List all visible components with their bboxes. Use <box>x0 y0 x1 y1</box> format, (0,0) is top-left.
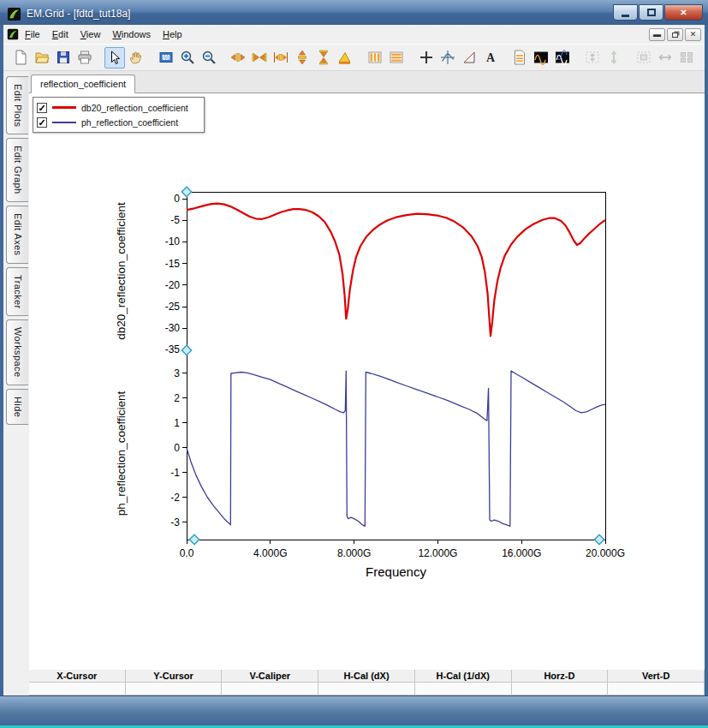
new-button[interactable] <box>10 47 31 69</box>
x-tick-label: 8.000G <box>337 547 371 559</box>
legend-item[interactable]: ✓ db20_reflection_coefficient <box>37 100 200 115</box>
expand-y-button[interactable] <box>292 47 312 69</box>
new-icon <box>13 50 28 65</box>
y-tick-label: -2 <box>170 492 180 504</box>
cursor-value-cell <box>512 683 609 695</box>
tile-columns-button[interactable] <box>365 47 385 69</box>
zoom-window-button[interactable] <box>634 47 654 69</box>
y-tick-label: -1 <box>170 467 180 479</box>
zoom-in-button[interactable] <box>177 47 198 69</box>
menu-windows[interactable]: Windows <box>106 27 157 42</box>
print-button[interactable] <box>74 47 95 69</box>
zoom-region-button[interactable] <box>155 47 176 69</box>
chart[interactable]: 0-5-10-15-20-25-30-35db20_reflection_coe… <box>113 166 652 594</box>
new-plot-icon <box>512 50 527 65</box>
shrink-y-button[interactable] <box>313 47 334 69</box>
zoom-out-icon <box>201 50 217 65</box>
y-tick-label: -30 <box>165 322 181 334</box>
plot-frame <box>187 192 605 540</box>
axis-scroll-handle[interactable] <box>594 534 604 544</box>
side-tab-edit-graph[interactable]: Edit Graph <box>6 138 28 202</box>
menu-help[interactable]: Help <box>157 27 188 42</box>
save-button[interactable] <box>53 47 74 69</box>
select-arrow-icon <box>107 50 122 65</box>
caliper-button[interactable] <box>459 47 479 69</box>
side-tab-tracker[interactable]: Tracker <box>6 267 28 317</box>
mdi-close-icon: ✕ <box>690 30 697 39</box>
cursor-value-cell <box>222 683 318 695</box>
legend-item[interactable]: ✓ ph_reflection_coefficient <box>37 115 200 129</box>
shrink-x-button[interactable] <box>249 47 270 69</box>
tracker-icon <box>440 50 455 65</box>
y-tick-label: -3 <box>170 516 180 528</box>
side-tab-workspace[interactable]: Workspace <box>6 319 28 385</box>
menu-edit[interactable]: Edit <box>46 27 74 42</box>
fit-horizontal-icon <box>657 50 673 65</box>
axis-scroll-handle[interactable] <box>181 187 191 196</box>
maximize-button[interactable] <box>639 4 663 21</box>
menu-view[interactable]: View <box>74 27 107 42</box>
toolbar: A <box>3 44 705 71</box>
cursor-col-h-cal-dx: H-Cal (dX) <box>318 670 415 683</box>
y-axis-title: db20_reflection_coefficient <box>115 202 128 340</box>
minimize-button[interactable] <box>613 4 638 21</box>
legend-checkbox[interactable]: ✓ <box>37 103 47 113</box>
tile-rows-button[interactable] <box>386 47 407 69</box>
shrink-y-icon <box>316 50 331 65</box>
menu-file[interactable]: File <box>19 27 46 42</box>
mdi-minimize-button[interactable]: ▬ <box>649 28 665 41</box>
fit-horizontal-button[interactable] <box>655 47 675 69</box>
title-bar[interactable]: EM.Grid - [fdtd_tut18a] ✕ <box>0 0 708 25</box>
work-area: Edit Plots Edit Graph Edit Axes Tracker … <box>3 71 705 695</box>
axis-scroll-handle[interactable] <box>189 534 199 544</box>
side-tab-hide[interactable]: Hide <box>6 389 28 425</box>
cursor-value-cell <box>126 683 223 695</box>
expand-x-button[interactable] <box>228 47 248 69</box>
mdi-restore-button[interactable] <box>667 28 683 41</box>
close-button[interactable]: ✕ <box>664 4 703 21</box>
zoom-in-icon <box>180 50 195 65</box>
fit-vertical-icon <box>606 50 622 65</box>
zoom-out-button[interactable] <box>199 47 219 69</box>
tab-reflection-coefficient[interactable]: reflection_coefficient <box>31 75 135 93</box>
side-tab-edit-plots[interactable]: Edit Plots <box>6 76 28 134</box>
mdi-close-button[interactable]: ✕ <box>685 28 701 41</box>
autoscale-button[interactable] <box>335 47 355 69</box>
plot-canvas[interactable]: ✓ db20_reflection_coefficient ✓ ph_refle… <box>29 93 705 670</box>
legend-checkbox[interactable]: ✓ <box>37 117 47 128</box>
legend-label: ph_reflection_coefficient <box>81 117 178 128</box>
fit-vertical-button[interactable] <box>604 47 624 69</box>
cursor-table-header: X-Cursor Y-Cursor V-Caliper H-Cal (dX) H… <box>29 670 705 683</box>
y-tick-label: 1 <box>174 417 180 429</box>
dark-plot-button[interactable] <box>531 47 551 69</box>
y-tick-label: 0 <box>174 193 180 205</box>
close-icon: ✕ <box>680 8 687 17</box>
add-cursor-button[interactable] <box>416 47 437 69</box>
grid-snap-button[interactable] <box>676 47 697 69</box>
open-button[interactable] <box>32 47 52 69</box>
y-tick-label: -35 <box>165 343 181 355</box>
menu-bar: File Edit View Windows Help ▬ ✕ <box>3 25 705 44</box>
zoom-extents-button[interactable] <box>582 47 603 69</box>
x-axis-title: Frequency <box>366 564 426 579</box>
cursor-table: X-Cursor Y-Cursor V-Caliper H-Cal (dX) H… <box>29 670 705 695</box>
cursor-value-cell <box>29 683 126 695</box>
overlay-plot-button[interactable] <box>552 47 573 69</box>
full-x-button[interactable] <box>271 47 291 69</box>
new-plot-button[interactable] <box>509 47 530 69</box>
cursor-col-v-caliper: V-Caliper <box>222 670 318 683</box>
svg-text:A: A <box>486 51 496 64</box>
y-tick-label: -10 <box>165 236 181 248</box>
tracker-button[interactable] <box>437 47 458 69</box>
pan-tool-button[interactable] <box>126 47 146 69</box>
print-icon <box>77 50 92 65</box>
cursor-table-values <box>29 683 705 695</box>
series-ph_reflection_coefficient <box>187 371 605 526</box>
app-logo-icon <box>7 7 21 21</box>
add-text-button[interactable]: A <box>480 47 501 69</box>
side-tab-edit-axes[interactable]: Edit Axes <box>6 206 28 263</box>
text-icon: A <box>483 50 498 65</box>
axis-scroll-handle[interactable] <box>181 345 191 355</box>
status-bar <box>0 695 708 725</box>
select-tool-button[interactable] <box>104 47 125 69</box>
